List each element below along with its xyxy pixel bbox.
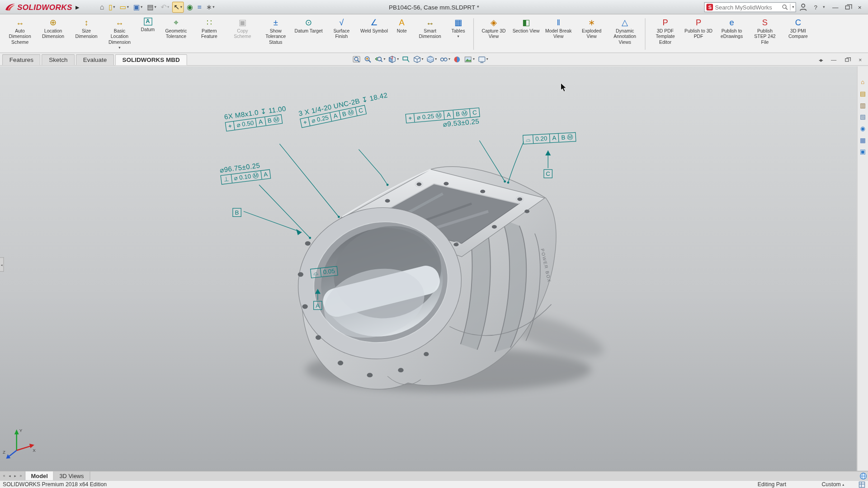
pane-arrows-button[interactable]: ◂▸	[816, 55, 825, 63]
ribbon-button-publish-to-edrawings[interactable]: ePublish to eDrawings	[715, 15, 748, 52]
ribbon-button-model-break-view[interactable]: ‖Model Break View	[542, 15, 575, 52]
ribbon-button-basic-location-dimension[interactable]: ↔Basic Location Dimension▾	[103, 15, 136, 52]
dropdown-caret-icon[interactable]: ▾	[421, 57, 423, 61]
ribbon-button-auto-dimension-scheme[interactable]: ↔Auto Dimension Scheme	[3, 15, 36, 52]
ribbon-button-datum-target[interactable]: ⊙Datum Target	[292, 15, 325, 52]
ribbon-button-copy-scheme[interactable]: ▣Copy Scheme	[226, 15, 259, 52]
tab-sketch[interactable]: Sketch	[42, 54, 75, 65]
scroll-left-button[interactable]: ◂	[7, 473, 12, 479]
select-button[interactable]: ↖▾	[172, 1, 184, 12]
apply-scene-button[interactable]: ▾	[463, 54, 475, 64]
dropdown-caret-icon[interactable]: ▾	[384, 57, 386, 61]
gdt-annotation[interactable]: C	[543, 169, 552, 178]
home-button[interactable]: ⌂	[98, 1, 106, 12]
dynamic-annotation-views-button[interactable]	[401, 54, 410, 64]
zoom-to-fit-button[interactable]	[352, 54, 362, 64]
new-document-button[interactable]: ▯▾	[107, 1, 117, 12]
tab-solidworks-mbd[interactable]: SOLIDWORKS MBD	[115, 54, 187, 65]
ribbon-button-dynamic-annotation-views[interactable]: △Dynamic Annotation Views	[608, 15, 641, 52]
rebuild-button[interactable]: ◉	[185, 1, 194, 12]
dropdown-caret-icon[interactable]: ▾	[113, 5, 115, 9]
appearances-scenes-button[interactable]: ◉	[858, 124, 868, 133]
ribbon-button-note[interactable]: ANote	[390, 15, 413, 52]
file-properties-button[interactable]: ≡	[196, 1, 203, 12]
doc-minimize-button[interactable]: —	[829, 55, 838, 63]
doc-restore-button[interactable]	[843, 55, 852, 63]
display-style-button[interactable]: ▾	[425, 54, 437, 64]
bottom-tab-3d-views[interactable]: 3D Views	[54, 471, 90, 480]
ribbon-button-geometric-tolerance[interactable]: ⌖Geometric Tolerance	[160, 15, 193, 52]
unit-system-selector[interactable]: Custom ▴	[821, 481, 844, 487]
ribbon-button-exploded-view[interactable]: ∗Exploded View	[575, 15, 608, 52]
minimize-button[interactable]: —	[829, 1, 841, 12]
ribbon-button-publish-to-3d-pdf[interactable]: PPublish to 3D PDF	[682, 15, 715, 52]
ribbon-button-publish-step-242-file[interactable]: SPublish STEP 242 File	[748, 15, 781, 52]
ribbon-button-datum[interactable]: ADatum	[136, 15, 159, 52]
zoom-to-area-button[interactable]	[363, 54, 373, 64]
save-button[interactable]: ▣▾	[132, 1, 144, 12]
gdt-annotation[interactable]: B	[232, 208, 241, 217]
section-view-button[interactable]: ▾	[387, 54, 399, 64]
solidworks-resources-button[interactable]: ⌂	[858, 77, 868, 86]
dropdown-caret-icon[interactable]: ▾	[154, 5, 156, 9]
hide-show-items-button[interactable]: ▾	[439, 54, 451, 64]
search-box[interactable]: S ▾	[704, 2, 796, 12]
options-button[interactable]: ∗▾	[204, 1, 216, 12]
dropdown-caret-icon[interactable]: ▾	[212, 5, 214, 9]
ribbon-button-section-view[interactable]: ◧Section View	[510, 15, 542, 52]
dropdown-caret-icon[interactable]: ▾	[141, 5, 142, 9]
dropdown-caret-icon[interactable]: ▾	[435, 57, 437, 61]
restore-button[interactable]	[841, 1, 854, 12]
scroll-right-button[interactable]: ▸	[13, 473, 18, 479]
help-caret-icon[interactable]: ▾	[823, 5, 825, 9]
dropdown-caret-icon[interactable]: ▾	[486, 57, 488, 61]
dropdown-caret-icon[interactable]: ▾	[397, 57, 399, 61]
user-account-icon[interactable]	[798, 2, 808, 12]
search-input[interactable]	[715, 4, 780, 10]
ribbon-button-capture-3d-view[interactable]: ◈Capture 3D View	[477, 15, 510, 52]
dropdown-caret-icon[interactable]: ▾	[118, 45, 120, 50]
ribbon-button-3d-pdf-template-editor[interactable]: P3D PDF Template Editor	[649, 15, 682, 52]
feature-tree-collapse-handle[interactable]: ◂	[0, 257, 4, 272]
dropdown-caret-icon[interactable]: ▾	[167, 5, 169, 9]
gdt-annotation[interactable]: A	[313, 301, 322, 310]
graphics-viewport[interactable]: POWER BOX	[0, 66, 857, 471]
custom-properties-button[interactable]: ▦	[858, 136, 868, 145]
view-settings-button[interactable]: ▾	[477, 54, 489, 64]
ribbon-button-location-dimension[interactable]: ⊕Location Dimension	[37, 15, 70, 52]
scroll-last-button[interactable]: »	[18, 473, 23, 479]
status-tag-icon[interactable]	[859, 481, 865, 488]
print-button[interactable]: ▤▾	[145, 1, 158, 12]
tab-evaluate[interactable]: Evaluate	[76, 54, 114, 65]
open-button[interactable]: ▭▾	[118, 1, 131, 12]
ribbon-button-3d-pmi-compare[interactable]: C3D PMI Compare	[782, 15, 815, 52]
file-explorer-button[interactable]: ▥	[858, 101, 868, 110]
ribbon-button-weld-symbol[interactable]: ∠Weld Symbol	[358, 15, 390, 52]
bottom-tab-model[interactable]: Model	[25, 471, 54, 480]
ribbon-button-tables[interactable]: ▦Tables▾	[447, 15, 470, 52]
ribbon-button-size-dimension[interactable]: ↕Size Dimension	[70, 15, 103, 52]
dropdown-caret-icon[interactable]: ▾	[127, 5, 129, 9]
web-help-globe-icon[interactable]	[858, 471, 868, 480]
close-button[interactable]: ×	[854, 1, 866, 12]
undo-button[interactable]: ↶▾	[159, 1, 171, 12]
ribbon-button-show-tolerance-status[interactable]: ±Show Tolerance Status	[259, 15, 292, 52]
dropdown-caret-icon[interactable]: ▾	[448, 57, 450, 61]
help-icon[interactable]: ?	[811, 2, 821, 12]
tab-features[interactable]: Features	[2, 54, 41, 65]
search-icon[interactable]	[782, 4, 788, 10]
view-orientation-button[interactable]: ▾	[412, 54, 424, 64]
edit-appearance-button[interactable]	[453, 54, 462, 64]
previous-view-button[interactable]: ▾	[374, 54, 386, 64]
dropdown-caret-icon[interactable]: ▾	[457, 34, 459, 39]
dropdown-caret-icon[interactable]: ▾	[180, 5, 182, 9]
ribbon-button-pattern-feature[interactable]: ∷Pattern Feature	[193, 15, 226, 52]
view-palette-button[interactable]: ▧	[858, 113, 868, 122]
design-library-button[interactable]: ▤	[858, 89, 868, 98]
ribbon-button-surface-finish[interactable]: √Surface Finish	[325, 15, 358, 52]
doc-close-button[interactable]: ×	[856, 55, 865, 63]
scroll-first-button[interactable]: «	[2, 473, 7, 479]
ribbon-button-smart-dimension[interactable]: ↔Smart Dimension	[413, 15, 446, 52]
solidworks-forum-button[interactable]: ▣	[858, 147, 868, 156]
menu-flyout-arrow-icon[interactable]: ▶	[75, 4, 79, 9]
